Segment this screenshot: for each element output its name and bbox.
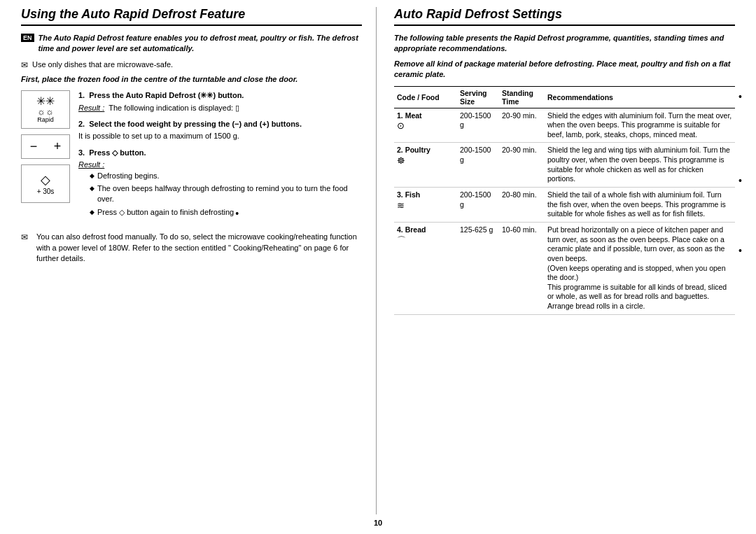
poultry-standing: 20-90 min. [499, 143, 545, 188]
right-title: Auto Rapid Defrost Settings [394, 7, 735, 26]
step-3: 3. Press ◇ button. Result : ◆ Defrosting… [78, 148, 362, 221]
fish-standing: 20-80 min. [499, 188, 545, 223]
bottom-note-text: You can also defrost food manually. To d… [36, 232, 362, 264]
meat-size: 200-1500 g [457, 108, 499, 143]
step-1: 1. Press the Auto Rapid Defrost (✳✳) but… [78, 90, 362, 113]
diamond-icon-2: ◆ [90, 184, 94, 193]
table-row-bread: 4. Bread ⌒ 125-625 g 10-60 min. Put brea… [394, 222, 735, 314]
note-icon: ✉ [21, 60, 28, 70]
step-2: 2. Select the food weight by pressing th… [78, 119, 362, 142]
plus-minus-button-icon: − + [21, 134, 70, 159]
bread-standing: 10-60 min. [499, 222, 545, 314]
page-number: 10 [21, 514, 735, 527]
col-header-food: Code / Food [394, 86, 457, 108]
minus-icon: − [30, 139, 38, 154]
bottom-note: ✉ You can also defrost food manually. To… [21, 232, 362, 264]
intro-text: The Auto Rapid Defrost feature enables y… [38, 33, 362, 55]
right-bullet-1: • [738, 91, 742, 102]
bread-icon: ⌒ [397, 235, 406, 246]
poultry-size: 200-1500 g [457, 143, 499, 188]
step-2-num: 2. Select the food weight by pressing th… [78, 119, 362, 129]
remove-text: Remove all kind of package material befo… [394, 59, 735, 80]
step-1-num: 1. Press the Auto Rapid Defrost (✳✳) but… [78, 90, 362, 101]
poultry-rec: Shield the leg and wing tips with alumin… [545, 143, 735, 188]
device-icons-area: ✳✳ ☼☼ Rapid − + ◇ + 30s [21, 90, 70, 226]
meat-standing: 20-90 min. [499, 108, 545, 143]
food-bread: 4. Bread ⌒ [394, 222, 457, 314]
rapid-defrost-button-icon: ✳✳ ☼☼ Rapid [21, 90, 70, 129]
start-symbol-icon: ◇ [41, 172, 50, 188]
bread-rec: Put bread horizontally on a piece of kit… [545, 222, 735, 314]
right-bullet-3: • [738, 245, 742, 256]
diamond-icon-1: ◆ [90, 171, 94, 181]
food-poultry: 2. Poultry ☸ [394, 143, 457, 188]
right-column: Auto Rapid Defrost Settings The followin… [391, 7, 735, 514]
first-instruction: First, place the frozen food in the cent… [21, 74, 362, 85]
poultry-icon: ☸ [397, 155, 405, 166]
steps-area: 1. Press the Auto Rapid Defrost (✳✳) but… [78, 90, 362, 226]
col-header-rec: Recommendations [545, 86, 735, 108]
bottom-note-icon: ✉ [21, 232, 28, 244]
bullet-1: ◆ Defrosting begins. [90, 171, 362, 181]
fish-icon: ≋ [397, 200, 405, 211]
left-title: Using the Auto Rapid Defrost Feature [21, 7, 362, 26]
step-3-bullets: ◆ Defrosting begins. ◆ The oven beeps ha… [90, 171, 362, 221]
step-1-result: Result : The following indication is dis… [78, 103, 362, 113]
food-meat: 1. Meat ⊙ [394, 108, 457, 143]
food-fish: 3. Fish ≋ [394, 188, 457, 223]
table-header-row: Code / Food Serving Size StandingTime Re… [394, 86, 735, 108]
table-row-meat: 1. Meat ⊙ 200-1500 g 20-90 min. Shield t… [394, 108, 735, 143]
col-header-standing: StandingTime [499, 86, 545, 108]
left-column: Using the Auto Rapid Defrost Feature EN … [21, 7, 377, 514]
col-header-size: Serving Size [457, 86, 499, 108]
bread-size: 125-625 g [457, 222, 499, 314]
fish-size: 200-1500 g [457, 188, 499, 223]
table-row-fish: 3. Fish ≋ 200-1500 g 20-80 min. Shield t… [394, 188, 735, 223]
meat-rec: Shield the edges with aluminium foil. Tu… [545, 108, 735, 143]
right-intro: The following table presents the Rapid D… [394, 33, 735, 55]
right-bullet-2: • [738, 175, 742, 186]
en-badge: EN [21, 34, 34, 42]
table-row-poultry: 2. Poultry ☸ 200-1500 g 20-90 min. Shiel… [394, 143, 735, 188]
bullet-2: ◆ The oven beeps halfway through defrost… [90, 183, 362, 205]
note-text: Use only dishes that are microwave-safe. [32, 60, 173, 69]
plus30s-label: + 30s [37, 188, 55, 195]
step-2-sub: It is possible to set up to a maximum of… [78, 131, 362, 141]
bullet-3: ◆ Press ◇ button again to finish defrost… [90, 207, 362, 221]
diamond-icon-3: ◆ [90, 208, 94, 217]
step-3-num: 3. Press ◇ button. [78, 148, 362, 158]
step-3-result: Result : [78, 160, 362, 170]
meat-icon: ⊙ [397, 120, 405, 131]
start-button-icon: ◇ + 30s [21, 164, 70, 203]
plus-icon: + [54, 139, 62, 154]
fish-rec: Shield the tail of a whole fish with alu… [545, 188, 735, 223]
food-table: Code / Food Serving Size StandingTime Re… [394, 86, 735, 315]
